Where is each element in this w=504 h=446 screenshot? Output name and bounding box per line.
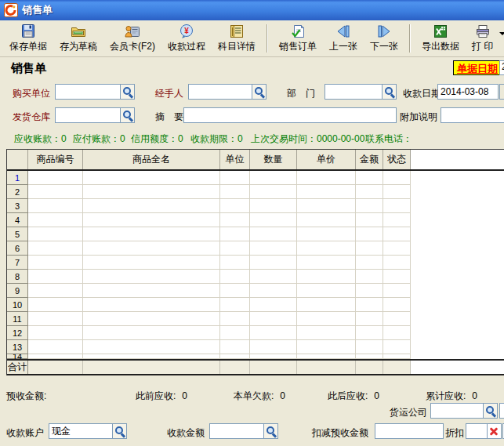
grid-cell[interactable] [83,340,220,354]
grid-cell[interactable] [356,227,383,241]
grid-cell[interactable] [250,354,297,359]
grid-cell[interactable] [220,199,250,213]
grid-cell[interactable] [28,270,83,284]
handler-input[interactable] [188,84,252,100]
grid-cell[interactable] [220,326,250,340]
titlebar[interactable]: 销售单 [0,0,504,20]
grid-cell[interactable] [250,298,297,312]
row-number-cell[interactable]: 13 [7,340,28,354]
grid-cell[interactable] [83,241,220,256]
grid-cell[interactable] [220,227,250,241]
grid-cell[interactable] [83,270,220,284]
print-dropdown-arrow-icon[interactable] [499,32,504,35]
previous-button[interactable]: 上一张 [327,22,360,55]
grid-cell[interactable] [297,270,356,284]
buyer-lookup-button[interactable] [121,84,135,100]
row-number-cell[interactable]: 7 [7,256,28,270]
grid-cell[interactable] [83,312,220,326]
handler-lookup-button[interactable] [252,84,267,100]
grid-cell[interactable] [250,256,297,270]
grid-cell[interactable] [356,270,383,284]
grid-cell[interactable] [250,270,297,284]
grid-cell[interactable] [383,298,411,312]
grid-cell[interactable] [383,213,411,227]
member-card-button[interactable]: 会员卡(F2) [107,22,158,55]
grid-cell[interactable] [220,241,250,256]
grid-cell[interactable] [220,256,250,270]
grid-cell[interactable] [83,213,220,227]
amount-lookup-button[interactable] [264,423,278,439]
grid-cell[interactable] [383,312,411,326]
grid-cell[interactable] [83,185,220,199]
grid-cell[interactable] [356,326,383,340]
pay-date-input[interactable] [437,84,499,100]
grid-cell[interactable] [297,284,356,298]
row-number-cell[interactable]: 5 [7,227,28,241]
grid-cell[interactable] [250,171,297,185]
grid-cell[interactable] [220,298,250,312]
sales-order-button[interactable]: 销售订单 [277,22,319,55]
grid-cell[interactable] [28,256,83,270]
grid-cell[interactable] [250,340,297,354]
grid-cell[interactable] [297,213,356,227]
row-number-cell[interactable]: 11 [7,312,28,326]
amount-input[interactable] [209,423,264,439]
grid-cell[interactable] [297,326,356,340]
warehouse-input[interactable] [55,107,121,123]
grid-cell[interactable] [383,270,411,284]
grid-cell[interactable] [297,227,356,241]
grid-cell[interactable] [28,312,83,326]
row-number-cell[interactable]: 12 [7,326,28,340]
grid-cell[interactable] [83,298,220,312]
grid-cell[interactable] [356,340,383,354]
summary-input[interactable] [183,107,397,123]
export-data-button[interactable]: 导出数据 [419,22,462,55]
grid-cell[interactable] [383,326,411,340]
grid-cell[interactable] [383,340,411,354]
grid-cell[interactable] [83,284,220,298]
grid-cell[interactable] [356,284,383,298]
grid-cell[interactable] [383,185,411,199]
grid-cell[interactable] [28,185,83,199]
grid-cell[interactable] [220,185,250,199]
grid-cell[interactable] [383,354,411,359]
grid-cell[interactable] [83,227,220,241]
grid-cell[interactable] [383,171,411,185]
account-lookup-button[interactable] [113,423,127,439]
grid-cell[interactable] [297,256,356,270]
save-document-button[interactable]: 保存单据 [7,22,49,55]
grid-cell[interactable] [383,241,411,256]
grid-cell[interactable] [250,213,297,227]
subject-details-button[interactable]: 科目详情 [216,22,258,55]
grid-cell[interactable] [297,241,356,256]
cutoff-control[interactable] [499,403,504,419]
row-number-cell[interactable]: 6 [7,241,28,256]
freight-company-input[interactable] [430,403,484,419]
grid-cell[interactable] [83,171,220,185]
grid-cell[interactable] [28,171,83,185]
grid-cell[interactable] [250,312,297,326]
grid-cell[interactable] [383,284,411,298]
grid-cell[interactable] [356,298,383,312]
grid-cell[interactable] [356,256,383,270]
row-number-cell[interactable]: 1 [7,171,28,185]
row-number-cell[interactable]: 10 [7,298,28,312]
grid-cell[interactable] [383,199,411,213]
next-button[interactable]: 下一张 [368,22,401,55]
grid-cell[interactable] [220,171,250,185]
grid-cell[interactable] [220,284,250,298]
grid-cell[interactable] [356,213,383,227]
grid-cell[interactable] [297,199,356,213]
freight-lookup-button[interactable] [484,403,498,419]
buyer-input[interactable] [55,84,121,100]
row-number-cell[interactable]: 9 [7,284,28,298]
grid-cell[interactable] [28,227,83,241]
grid-cell[interactable] [28,241,83,256]
grid-cell[interactable] [250,185,297,199]
grid-cell[interactable] [250,326,297,340]
save-draft-button[interactable]: 存为草稿 [57,22,100,55]
row-number-cell[interactable]: 14 [7,354,28,359]
grid-cell[interactable] [356,171,383,185]
grid-cell[interactable] [83,326,220,340]
grid-cell[interactable] [83,199,220,213]
